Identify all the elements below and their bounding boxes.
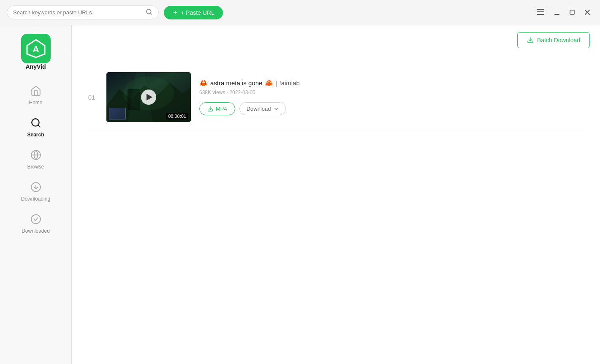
browse-icon	[30, 149, 41, 162]
sidebar-item-home[interactable]: Home	[0, 80, 71, 111]
download-button[interactable]: Download	[239, 102, 286, 115]
action-buttons: MP4 Download	[199, 102, 586, 115]
paste-url-label: + Paste URL	[181, 9, 214, 16]
video-subtitle: | !aimlab	[276, 79, 299, 87]
video-result-item: 01	[85, 65, 586, 129]
mp4-button[interactable]: MP4	[199, 102, 235, 115]
batch-download-button[interactable]: Batch Download	[517, 32, 590, 48]
downloading-label: Downloading	[21, 196, 50, 202]
top-bar: Batch Download	[72, 25, 600, 55]
nav-items: Home Search	[0, 80, 71, 239]
crab-emoji-after: 🦀	[265, 79, 273, 87]
crab-emoji-before: 🦀	[199, 79, 208, 87]
video-date: 2022-03-05	[229, 90, 255, 95]
svg-rect-7	[554, 14, 559, 15]
browse-label: Browse	[27, 164, 44, 170]
play-triangle-icon	[147, 94, 152, 101]
video-title-text: astra meta is gone	[210, 79, 262, 87]
svg-rect-4	[537, 9, 544, 10]
duration-badge: 08:08:01	[166, 113, 188, 120]
paste-url-button[interactable]: + Paste URL	[164, 6, 223, 19]
app-name-label: AnyVid	[26, 63, 46, 70]
play-button[interactable]	[141, 90, 156, 105]
mp4-label: MP4	[216, 106, 227, 112]
video-thumbnail[interactable]: 08:08:01	[106, 72, 191, 122]
downloading-icon	[30, 182, 41, 194]
app-logo: A	[21, 34, 51, 63]
downloaded-label: Downloaded	[22, 228, 50, 234]
content-area: 01	[72, 55, 600, 364]
svg-line-14	[38, 125, 40, 127]
minimize-button[interactable]	[551, 7, 563, 18]
mini-preview	[109, 108, 126, 120]
video-info: 🦀 astra meta is gone 🦀 | !aimlab 638K vi…	[199, 79, 586, 115]
downloaded-icon	[30, 214, 41, 226]
search-icon	[146, 8, 152, 16]
main-content: Batch Download 01	[72, 25, 600, 364]
batch-download-label: Batch Download	[537, 37, 580, 43]
download-label: Download	[247, 106, 271, 112]
search-box[interactable]	[7, 5, 159, 19]
svg-rect-6	[537, 14, 544, 15]
sidebar: A AnyVid Home	[0, 25, 72, 364]
video-title: 🦀 astra meta is gone 🦀 | !aimlab	[199, 79, 586, 87]
svg-rect-8	[570, 10, 574, 14]
close-button[interactable]	[581, 7, 593, 18]
sidebar-item-search[interactable]: Search	[0, 112, 71, 143]
search-nav-icon	[30, 117, 41, 130]
window-controls	[533, 7, 593, 18]
sidebar-item-downloading[interactable]: Downloading	[0, 177, 71, 207]
maximize-button[interactable]	[566, 7, 578, 18]
sidebar-item-browse[interactable]: Browse	[0, 144, 71, 175]
video-meta: 638K views · 2022-03-05	[199, 90, 586, 95]
title-bar: + Paste URL	[0, 0, 600, 25]
svg-line-1	[150, 13, 152, 14]
item-number: 01	[85, 94, 98, 101]
svg-rect-5	[537, 11, 544, 12]
home-label: Home	[29, 100, 42, 106]
menu-button[interactable]	[533, 7, 548, 18]
app-body: A AnyVid Home	[0, 25, 600, 364]
search-label: Search	[27, 132, 44, 138]
home-icon	[30, 85, 41, 98]
search-input[interactable]	[13, 9, 142, 16]
svg-point-19	[31, 215, 41, 224]
video-views: 638K views	[199, 90, 225, 95]
svg-text:A: A	[33, 44, 39, 54]
sidebar-item-downloaded[interactable]: Downloaded	[0, 209, 71, 239]
